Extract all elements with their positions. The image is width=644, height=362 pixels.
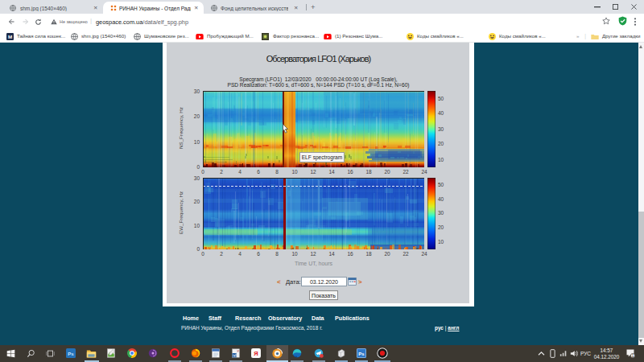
svg-text:Я: Я bbox=[254, 350, 258, 357]
svg-text:Ps: Ps bbox=[358, 352, 365, 356]
svg-text:Ps: Ps bbox=[68, 352, 74, 356]
svg-text:M: M bbox=[8, 33, 12, 39]
